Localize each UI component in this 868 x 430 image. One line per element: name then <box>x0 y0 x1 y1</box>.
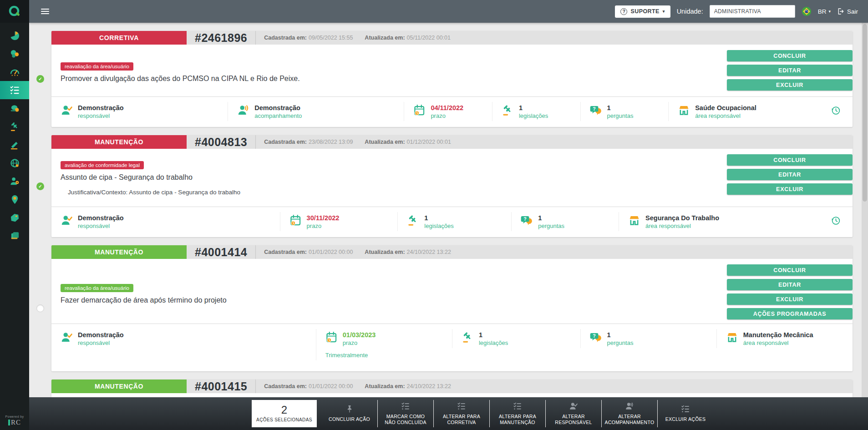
change-followup-button[interactable]: ALTERAR ACOMPANHAMENTO <box>601 400 657 427</box>
action-card-row: ✓ CORRETIVA #2461896 Cadastrada em:09/05… <box>29 31 853 127</box>
storefront-icon <box>678 104 690 116</box>
meta-label: perguntas <box>538 223 564 229</box>
scrollbar-thumb[interactable] <box>863 24 867 202</box>
meta-value: Manutenção Mecânica <box>743 331 813 339</box>
sidebar-item-assets[interactable] <box>0 208 29 227</box>
conclude-button[interactable]: CONCLUIR <box>727 154 853 166</box>
unit-input[interactable] <box>710 5 795 18</box>
change-to-corrective-button[interactable]: ALTERAR PARA CORRETIVA <box>433 400 489 427</box>
action-tag: reavaliação da área/usuário <box>61 62 133 71</box>
person-check-icon <box>569 402 578 411</box>
calendar-icon <box>413 104 426 116</box>
gauge-icon <box>10 67 20 77</box>
sidebar-item-finance[interactable] <box>0 99 29 117</box>
meta-legislations: 1legislações <box>397 212 511 231</box>
bulk-action-label: EXCLUIR AÇÕES <box>665 416 706 422</box>
change-to-maintenance-button[interactable]: ALTERAR PARA MANUTENÇÃO <box>489 400 545 427</box>
bulk-action-label: CONCLUIR AÇÃO <box>329 416 370 422</box>
updated-label: Atualizada em: <box>365 249 405 255</box>
pie-chart-icon <box>10 30 20 41</box>
change-responsible-button[interactable]: ALTERAR RESPONSÁVEL <box>545 400 601 427</box>
storefront-icon <box>628 214 640 227</box>
meta-value: 1 <box>607 104 634 112</box>
action-type-badge: MANUTENÇÃO <box>51 379 187 393</box>
meta-label: legislações <box>424 223 453 229</box>
folders-icon <box>10 231 20 241</box>
action-id: #4001414 <box>187 245 255 259</box>
meta-value: Demonstração <box>78 214 124 222</box>
action-description: Fazer demarcação de área após término do… <box>61 296 843 304</box>
meta-label: área responsável <box>695 112 756 119</box>
edit-button[interactable]: EDITAR <box>727 65 853 76</box>
sidebar-item-modules[interactable] <box>0 45 29 63</box>
sidebar-item-indicators[interactable] <box>0 63 29 81</box>
bulk-action-label: MARCAR COMO NÃO CONCLUÍDA <box>381 414 431 425</box>
action-id: #2461896 <box>187 31 255 45</box>
edit-button[interactable]: EDITAR <box>727 169 853 180</box>
meta-deadline: 04/11/2022prazo <box>404 102 492 121</box>
updated-value: 24/10/2022 13:22 <box>407 383 451 390</box>
delete-button[interactable]: EXCLUIR <box>727 293 853 305</box>
chat-question-icon <box>590 104 602 116</box>
sidebar-item-users[interactable] <box>0 172 29 190</box>
meta-label: área responsável <box>743 339 813 346</box>
help-icon: ? <box>620 8 627 15</box>
history-button[interactable] <box>831 106 853 117</box>
logout-button[interactable]: Sair <box>837 8 858 15</box>
sidebar-item-signature[interactable] <box>0 136 29 154</box>
card-dates: Cadastrada em:01/01/2022 00:00 Atualizad… <box>255 379 451 393</box>
select-action-checkbox[interactable] <box>36 304 44 312</box>
action-id: #4004813 <box>187 135 255 149</box>
card-meta-row: Demonstraçãoresponsável 30/11/2022prazo … <box>51 207 853 237</box>
sidebar-item-dashboard[interactable] <box>0 26 29 45</box>
action-type-badge: MANUTENÇÃO <box>51 245 187 259</box>
brazil-flag-icon <box>802 6 812 16</box>
locale-selector[interactable]: BR ▾ <box>818 8 831 15</box>
scheduled-actions-button[interactable]: AÇÕES PROGRAMADAS <box>727 308 853 319</box>
delete-button[interactable]: EXCLUIR <box>727 79 853 91</box>
action-tag: avaliação de conformidade legal <box>61 161 144 169</box>
delete-actions-button[interactable]: EXCLUIR AÇÕES <box>657 400 713 427</box>
card-header: MANUTENÇÃO #4004813 Cadastrada em:23/08/… <box>51 135 853 149</box>
logo-q-icon <box>8 5 21 18</box>
conclude-action-button[interactable]: CONCLUIR AÇÃO <box>321 400 377 427</box>
sidebar-item-documents[interactable] <box>0 227 29 245</box>
sidebar-item-legislation[interactable] <box>0 117 29 136</box>
gavel-icon <box>10 121 20 132</box>
edit-button[interactable]: EDITAR <box>727 279 853 290</box>
modules-icon <box>10 49 20 59</box>
selected-count: 2 <box>281 405 287 415</box>
meta-label: responsável <box>78 339 124 346</box>
select-action-checkbox[interactable]: ✓ <box>36 182 44 190</box>
delete-button[interactable]: EXCLUIR <box>727 183 853 195</box>
history-button[interactable] <box>831 216 853 228</box>
meta-legislations: 1legislações <box>452 329 580 348</box>
meta-value: 1 <box>607 331 634 339</box>
hand-money-icon <box>10 103 20 114</box>
action-tag: reavaliação da área/usuário <box>61 284 133 292</box>
meta-value: 30/11/2022 <box>307 214 340 222</box>
conclude-button[interactable]: CONCLUIR <box>727 50 853 61</box>
support-button[interactable]: ? SUPORTE ▾ <box>615 5 670 18</box>
logout-icon <box>837 8 844 15</box>
mark-not-concluded-button[interactable]: MARCAR COMO NÃO CONCLUÍDA <box>377 400 433 427</box>
sidebar-item-actions[interactable] <box>0 81 29 99</box>
pin-icon <box>345 405 354 414</box>
meta-questions: 1perguntas <box>580 102 669 121</box>
sidebar-item-web[interactable] <box>0 154 29 172</box>
conclude-button[interactable]: CONCLUIR <box>727 264 853 276</box>
selected-caption: AÇÕES SELECIONADAS <box>256 417 312 423</box>
sidebar-item-inspection[interactable] <box>0 190 29 208</box>
scrollbar[interactable] <box>862 23 868 397</box>
action-type-badge: CORRETIVA <box>51 31 187 45</box>
menu-toggle-button[interactable] <box>41 7 49 15</box>
app-logo[interactable] <box>0 0 29 23</box>
powered-by: Powered by RC <box>0 415 29 426</box>
select-action-checkbox[interactable]: ✓ <box>36 75 44 83</box>
action-card: MANUTENÇÃO #4004813 Cadastrada em:23/08/… <box>51 135 853 237</box>
meta-value: 1 <box>538 214 564 222</box>
action-card: MANUTENÇÃO #4001414 Cadastrada em:01/01/… <box>51 245 853 371</box>
created-label: Cadastrada em: <box>264 383 307 390</box>
meta-label: perguntas <box>607 112 634 119</box>
powered-by-label: Powered by <box>0 415 29 418</box>
